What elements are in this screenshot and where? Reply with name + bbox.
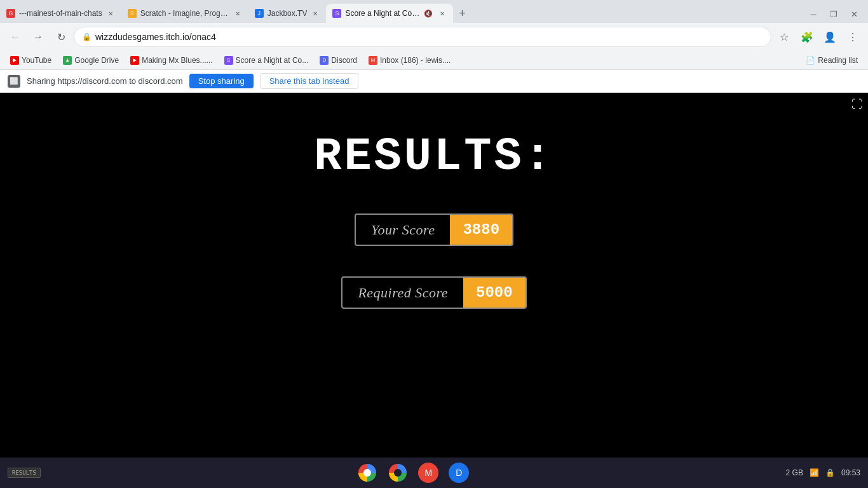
- bookmark-discord-label: Discord: [331, 56, 357, 65]
- address-bar: ← → ↻ 🔒 wizzdudesgames.itch.io/onac4 ☆ 🧩…: [0, 23, 868, 51]
- taskbar-gmail-icon[interactable]: M: [418, 463, 438, 483]
- tab-1-close[interactable]: ✕: [106, 9, 115, 18]
- tab-3-favicon: J: [255, 9, 264, 18]
- taskbar-center: M D: [357, 463, 469, 483]
- minimize-button[interactable]: ─: [804, 5, 822, 23]
- new-tab-button[interactable]: +: [453, 4, 471, 23]
- bookmark-discord[interactable]: D Discord: [315, 54, 362, 67]
- taskbar-results-thumb[interactable]: RESULTS: [8, 468, 41, 478]
- bookmark-making-mx-favicon: ▶: [130, 56, 139, 65]
- close-window-button[interactable]: ✕: [845, 5, 863, 23]
- taskbar-battery-icon: 🔒: [825, 468, 835, 477]
- tab-4[interactable]: S Score a Night at Cody's by W 🔇 ✕: [326, 4, 453, 23]
- tab-2-close[interactable]: ✕: [233, 9, 242, 18]
- chrome-frame: G ---mainest-of-main-chats ✕ S Scratch -…: [0, 0, 868, 93]
- more-options-button[interactable]: ⋮: [843, 27, 863, 47]
- bookmark-youtube[interactable]: ▶ YouTube: [5, 54, 57, 67]
- sharing-bar: ⬜ Sharing https://discord.com to discord…: [0, 70, 868, 93]
- bookmarks-bar: ▶ YouTube ▲ Google Drive ▶ Making Mx Blu…: [0, 51, 868, 70]
- taskbar-storage: 2 GB: [786, 468, 803, 477]
- sharing-message: Sharing https://discord.com to discord.c…: [27, 76, 183, 86]
- reload-button[interactable]: ↻: [51, 27, 71, 47]
- fullscreen-button[interactable]: ⛶: [851, 98, 863, 111]
- bookmark-inbox-favicon: M: [369, 56, 377, 65]
- taskbar-time: 09:53: [841, 468, 860, 477]
- bookmark-youtube-favicon: ▶: [10, 56, 19, 65]
- tab-2-label: Scratch - Imagine, Program, Sha...: [140, 9, 229, 18]
- google-icon-center: [394, 469, 402, 477]
- reading-list-button[interactable]: 📄 Reading list: [801, 54, 863, 67]
- required-score-value: 5000: [463, 278, 526, 308]
- your-score-label: Your Score: [356, 215, 451, 245]
- taskbar-docs-icon[interactable]: D: [449, 463, 469, 483]
- taskbar-right: 2 GB 📶 🔒 09:53: [786, 468, 860, 477]
- bookmark-score-night-label: Score a Night at Co...: [236, 56, 309, 65]
- gmail-letter: M: [424, 468, 432, 478]
- google-icon: [389, 464, 407, 482]
- back-button[interactable]: ←: [5, 27, 25, 47]
- tab-4-favicon: S: [332, 9, 341, 18]
- required-score-label: Required Score: [342, 278, 463, 308]
- bookmark-discord-favicon: D: [320, 56, 329, 65]
- tab-4-close[interactable]: ✕: [438, 9, 447, 18]
- game-content: RESULTS: Your Score 3880 Required Score …: [0, 93, 868, 488]
- taskbar-chrome-icon[interactable]: [357, 463, 377, 483]
- results-title: RESULTS:: [314, 131, 554, 183]
- taskbar-wifi-icon: 📶: [810, 468, 819, 477]
- reading-list-icon: 📄: [806, 56, 815, 65]
- forward-button[interactable]: →: [28, 27, 48, 47]
- bookmark-making-mx-label: Making Mx Blues......: [142, 56, 212, 65]
- reading-list-label: Reading list: [818, 56, 858, 65]
- game-area: ⛶ RESULTS: Your Score 3880 Required Scor…: [0, 93, 868, 488]
- lock-icon: 🔒: [82, 32, 92, 41]
- taskbar: RESULTS M D 2 GB 📶 🔒 09:53: [0, 458, 868, 488]
- taskbar-results-thumb-label: RESULTS: [12, 470, 36, 476]
- tab-3-label: Jackbox.TV: [268, 9, 308, 18]
- stop-sharing-button[interactable]: Stop sharing: [189, 74, 254, 88]
- bookmark-youtube-label: YouTube: [22, 56, 51, 65]
- bookmark-score-night[interactable]: S Score a Night at Co...: [219, 54, 314, 67]
- bookmark-inbox-label: Inbox (186) - lewis....: [380, 56, 451, 65]
- tab-3[interactable]: J Jackbox.TV ✕: [248, 4, 327, 23]
- tab-2-favicon: S: [128, 9, 137, 18]
- taskbar-left: RESULTS: [8, 468, 41, 478]
- restore-button[interactable]: ❐: [825, 5, 843, 23]
- tab-1-favicon: G: [6, 9, 15, 18]
- url-bar[interactable]: 🔒 wizzdudesgames.itch.io/onac4: [74, 27, 771, 47]
- tab-4-mute-icon[interactable]: 🔇: [424, 10, 433, 18]
- required-score-row: Required Score 5000: [341, 276, 526, 309]
- bookmark-drive-favicon: ▲: [63, 56, 72, 65]
- bookmark-making-mx[interactable]: ▶ Making Mx Blues......: [125, 54, 217, 67]
- bookmark-drive-label: Google Drive: [74, 56, 119, 65]
- bookmark-star-button[interactable]: ☆: [774, 27, 794, 47]
- docs-letter: D: [456, 468, 462, 478]
- tab-bar: G ---mainest-of-main-chats ✕ S Scratch -…: [0, 0, 868, 23]
- extension-puzzle-button[interactable]: 🧩: [797, 27, 817, 47]
- bookmark-drive[interactable]: ▲ Google Drive: [58, 54, 124, 67]
- tab-4-label: Score a Night at Cody's by W: [345, 9, 420, 18]
- bookmark-score-night-favicon: S: [224, 56, 233, 65]
- your-score-value: 3880: [450, 215, 512, 245]
- tab-3-close[interactable]: ✕: [311, 9, 320, 18]
- chrome-logo: [358, 464, 376, 482]
- tab-1-label: ---mainest-of-main-chats: [19, 9, 102, 18]
- profile-button[interactable]: 👤: [820, 27, 840, 47]
- taskbar-google-icon[interactable]: [388, 463, 408, 483]
- sharing-screen-icon: ⬜: [8, 75, 20, 88]
- bookmark-inbox[interactable]: M Inbox (186) - lewis....: [363, 54, 456, 67]
- share-tab-button[interactable]: Share this tab instead: [260, 73, 359, 89]
- tab-1[interactable]: G ---mainest-of-main-chats ✕: [0, 4, 121, 23]
- url-text: wizzdudesgames.itch.io/onac4: [95, 32, 763, 42]
- your-score-row: Your Score 3880: [355, 214, 513, 246]
- tab-2[interactable]: S Scratch - Imagine, Program, Sha... ✕: [121, 4, 248, 23]
